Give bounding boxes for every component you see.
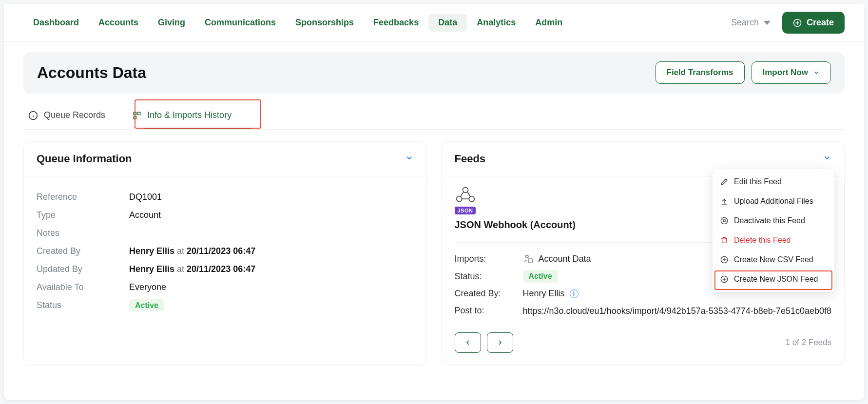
field-transforms-label: Field Transforms: [667, 68, 733, 77]
label-post-to: Post to:: [455, 305, 523, 316]
svg-point-20: [469, 196, 474, 202]
tabs-row: Queue Records Info & Imports History: [23, 105, 845, 130]
caret-down-icon: [764, 19, 771, 26]
svg-point-21: [525, 255, 528, 258]
page-header: Accounts Data Field Transforms Import No…: [23, 52, 845, 94]
json-tag: JSON: [455, 207, 476, 214]
collapse-toggle[interactable]: [405, 154, 414, 164]
dd-edit-label: Edit this Feed: [734, 177, 782, 186]
field-transforms-button[interactable]: Field Transforms: [656, 61, 745, 84]
grid-icon: [133, 111, 141, 120]
dd-delete-feed[interactable]: Delete this Feed: [713, 231, 834, 250]
label-status: Status: [37, 300, 129, 310]
dd-upload-label: Upload Additional Files: [734, 197, 813, 206]
chevron-down-icon: [405, 154, 414, 162]
search-dropdown[interactable]: Search: [731, 18, 771, 28]
page-title: Accounts Data: [37, 64, 146, 82]
pencil-icon: [720, 178, 728, 186]
label-available-to: Available To: [37, 282, 129, 292]
import-now-button[interactable]: Import Now: [752, 61, 831, 84]
svg-point-10: [721, 217, 727, 224]
upload-icon: [720, 197, 728, 205]
chevron-down-icon: [813, 69, 820, 76]
nav-communications[interactable]: Communications: [195, 14, 286, 32]
created-by-time: 20/11/2023 06:47: [187, 246, 255, 256]
create-button[interactable]: Create: [782, 12, 845, 34]
value-imports: Account Data: [539, 254, 591, 264]
nav-accounts[interactable]: Accounts: [89, 14, 148, 32]
tab-queue-records-label: Queue Records: [44, 110, 105, 120]
tab-info-imports[interactable]: Info & Imports History: [128, 105, 240, 129]
label-reference: Reference: [37, 192, 129, 202]
svg-rect-6: [134, 112, 136, 115]
created-by-at: at: [174, 246, 187, 256]
plus-circle-icon: [720, 275, 728, 283]
dd-deactivate-label: Deactivate this Feed: [734, 216, 805, 225]
svg-rect-22: [528, 259, 532, 263]
nav-feedbacks[interactable]: Feedbacks: [364, 14, 428, 32]
dd-create-csv-label: Create New CSV Feed: [734, 255, 813, 264]
tab-queue-records[interactable]: Queue Records: [23, 105, 114, 129]
pager-status: 1 of 2 Feeds: [785, 338, 831, 347]
dd-deactivate-feed[interactable]: Deactivate this Feed: [713, 211, 834, 231]
chevron-left-icon: [464, 339, 472, 346]
value-created-by: Henry Ellis at 20/11/2023 06:47: [129, 246, 255, 256]
svg-rect-7: [138, 112, 140, 115]
stop-icon: [720, 217, 728, 225]
chevron-right-icon: [496, 339, 504, 346]
updated-by-time: 20/11/2023 06:47: [187, 264, 255, 274]
created-by-name: Henry Ellis: [129, 246, 174, 256]
nav-giving[interactable]: Giving: [148, 14, 195, 32]
updated-by-name: Henry Ellis: [129, 264, 174, 274]
dd-upload-files[interactable]: Upload Additional Files: [713, 192, 834, 211]
label-notes: Notes: [37, 228, 129, 238]
chevron-down-icon: [823, 154, 831, 162]
value-feed-created-by: Henry Ellis: [523, 289, 565, 299]
dd-delete-label: Delete this Feed: [734, 236, 791, 245]
tab-info-imports-label: Info & Imports History: [147, 110, 231, 120]
svg-point-19: [456, 196, 462, 202]
feeds-title: Feeds: [455, 153, 486, 165]
nav-data[interactable]: Data: [428, 14, 467, 32]
plus-circle-icon: [720, 256, 728, 264]
status-badge: Active: [129, 299, 164, 311]
label-created-by: Created By: [37, 246, 129, 256]
nav-admin[interactable]: Admin: [525, 14, 572, 32]
dd-create-csv[interactable]: Create New CSV Feed: [713, 250, 834, 269]
feeds-menu-toggle[interactable]: [823, 154, 831, 164]
dd-create-json-label: Create New JSON Feed: [734, 275, 818, 284]
nav-dashboard[interactable]: Dashboard: [23, 14, 89, 32]
value-reference: DQ1001: [129, 192, 162, 202]
person-data-icon: [523, 253, 534, 264]
label-feed-status: Status:: [455, 271, 523, 282]
top-nav: Dashboard Accounts Giving Communications…: [4, 4, 864, 42]
plus-circle-icon: [793, 19, 802, 27]
value-type: Account: [129, 210, 161, 220]
info-tooltip-icon[interactable]: i: [570, 289, 579, 298]
label-type: Type: [37, 210, 129, 220]
value-post-to: https://n3o.cloud/eu1/hooks/import/4/942…: [523, 305, 832, 318]
value-available-to: Everyone: [129, 282, 166, 292]
create-label: Create: [807, 18, 834, 28]
label-imports: Imports:: [455, 254, 523, 264]
trash-icon: [720, 236, 728, 244]
queue-info-title: Queue Information: [37, 153, 132, 165]
queue-information-card: Queue Information Reference DQ1001 Type …: [23, 141, 427, 365]
feeds-dropdown: Edit this Feed Upload Additional Files D…: [713, 169, 834, 292]
svg-rect-11: [723, 220, 725, 222]
pager-prev-button[interactable]: [455, 332, 481, 353]
value-updated-by: Henry Ellis at 20/11/2023 06:47: [129, 264, 255, 274]
nav-analytics[interactable]: Analytics: [467, 14, 525, 32]
dd-edit-feed[interactable]: Edit this Feed: [713, 172, 834, 192]
import-now-label: Import Now: [763, 68, 809, 77]
nav-sponsorships[interactable]: Sponsorships: [286, 14, 364, 32]
dd-create-json[interactable]: Create New JSON Feed: [713, 269, 834, 289]
label-updated-by: Updated By: [37, 264, 129, 274]
svg-rect-8: [134, 116, 136, 118]
search-label: Search: [731, 18, 759, 28]
feeds-card: Feeds Edit this Feed Upload Additional F…: [442, 141, 845, 365]
info-icon: [28, 111, 38, 120]
pager-next-button[interactable]: [487, 332, 513, 353]
updated-by-at: at: [174, 264, 187, 274]
feed-status-badge: Active: [523, 270, 558, 283]
